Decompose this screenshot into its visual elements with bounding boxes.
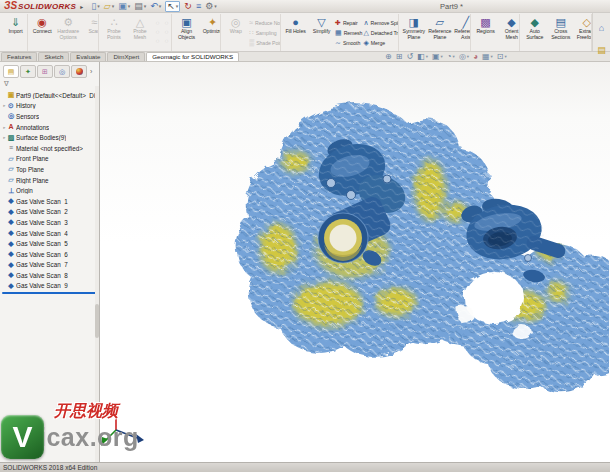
simplify-button[interactable]: ▽Simplify [309,15,334,35]
tab-dimxpert[interactable]: DimXpert [107,52,145,62]
tree-item-material-not-specified[interactable]: ≡Material <not specified> [0,143,99,154]
previous-view-button[interactable]: ↺ [406,53,413,61]
orient-mesh-button[interactable]: ◆Orient Mesh [499,15,520,41]
apply-scene-dropdown-icon[interactable]: ▾ [491,55,493,60]
tree-item-front-plane[interactable]: ▱Front Plane [0,154,99,165]
cross-sections-button[interactable]: ▤Cross Sections [548,15,573,41]
optimize-button[interactable]: ✦Optimize [200,15,221,35]
merge-button[interactable]: ◈Merge [363,38,399,47]
undo-dropdown-icon[interactable]: ▾ [159,4,162,9]
align-objects-button[interactable]: ▣Align Objects [174,15,199,41]
more-tabs-arrow[interactable]: › [90,68,92,75]
import-button[interactable]: ⇓Import [3,15,28,35]
regions-button[interactable]: ▩Regions [473,15,498,35]
select-button[interactable]: ↖▾ [165,1,180,12]
graphics-area[interactable] [100,62,610,462]
fill-holes-button[interactable]: ●Fill Holes [283,15,308,35]
select-visible-icon: ◌ [153,37,161,45]
zoom-to-area-button[interactable]: ⊞ [396,53,403,61]
zoom-to-fit-button[interactable]: ⊕ [385,53,392,61]
print-dropdown-icon[interactable]: ▾ [144,4,147,9]
rollback-bar[interactable] [2,292,97,294]
smooth-button[interactable]: ∼Smooth [335,38,362,47]
new-dropdown-icon[interactable]: ▾ [97,4,100,9]
edit-appearance-button[interactable]: ◕ [473,53,478,61]
resources-icon: ⌂ [599,23,604,33]
featuremanager-tab[interactable]: ▤ [3,65,19,78]
tree-item-annotations[interactable]: ▸AAnnotations [0,122,99,133]
remove-spikes-button[interactable]: ∧Remove Spikes [363,18,399,27]
tree-item-origin[interactable]: ⊥Origin [0,185,99,196]
scan-item-icon: ◆ [7,250,15,258]
tree-item-sensors[interactable]: ◎Sensors [0,111,99,122]
heads-up-view-toolbar: ⊕⊞↺◧▾▣▾◔▾◎▾◕▦▾⊡▾ [385,53,507,61]
menu-expand-arrow[interactable]: ▸ [80,3,83,10]
task-pane-design-library[interactable]: ▤ [597,39,606,57]
configurationmanager-tab[interactable]: ⊞ [37,65,53,78]
displaymanager-tab[interactable] [71,65,87,78]
display-style-dropdown-icon[interactable]: ▾ [453,55,455,60]
tree-item-gas-valve-scan-9[interactable]: ◆Gas Valve Scan_9 [0,281,99,292]
tree-item-history[interactable]: ▸⊙History [0,101,99,112]
tab-evaluate[interactable]: Evaluate [70,52,106,62]
extract-freeform-button[interactable]: ◇Extract Freeform [574,15,592,41]
selection-tools-grid: ◌◌◌◌◌◌◌◌◌ [153,15,172,45]
new-button[interactable]: ▯▾ [91,2,99,11]
connect-button[interactable]: ◉Connect [30,15,55,35]
open-button[interactable]: ▱▾ [104,2,114,11]
display-style-button[interactable]: ◔▾ [447,53,455,61]
tree-item-gas-valve-scan-3[interactable]: ◆Gas Valve Scan_3 [0,217,99,228]
remesh-button[interactable]: ▦Remesh [335,28,362,37]
scan-mesh-canvas[interactable] [100,62,609,462]
tree-item-gas-valve-scan-8[interactable]: ◆Gas Valve Scan_8 [0,270,99,281]
open-dropdown-icon[interactable]: ▾ [112,4,115,9]
options-button[interactable]: ⚙▾ [205,2,217,11]
propertymanager-tab[interactable]: ✦ [20,65,36,78]
task-pane-resources[interactable]: ⌂ [599,17,604,35]
tab-geomagic-for-solidworks[interactable]: Geomagic for SOLIDWORKS [146,52,239,62]
scrollbar-thumb[interactable] [95,304,99,338]
tree-item-part9-default-default-display-state[interactable]: ▣Part9 (Default<<Default>_Display State [0,90,99,101]
tab-sketch[interactable]: Sketch [38,52,69,62]
view-settings-dropdown-icon[interactable]: ▾ [505,55,507,60]
reference-plane-button[interactable]: ▱Reference Plane [427,15,452,41]
hide-show-items-button[interactable]: ◎▾ [459,53,469,61]
view-settings-button[interactable]: ⊡▾ [497,53,507,61]
tree-item-gas-valve-scan-7[interactable]: ◆Gas Valve Scan_7 [0,260,99,271]
view-orientation-dropdown-icon[interactable]: ▾ [441,55,443,60]
options-dropdown-icon[interactable]: ▾ [214,4,217,9]
rebuild-button[interactable]: ↻ [184,2,192,11]
tab-list: FeaturesSketchEvaluateDimXpertGeomagic f… [1,52,240,62]
dimxpertmanager-tab[interactable]: ◎ [54,65,70,78]
tree-item-gas-valve-scan-4[interactable]: ◆Gas Valve Scan_4 [0,228,99,239]
reference-axis-button[interactable]: ╱Reference Axis [453,15,471,41]
select-dropdown-icon[interactable]: ▾ [176,4,179,9]
detached-triangles-button[interactable]: △Detached Triangles [363,28,399,37]
probe-mesh-button: △Probe Mesh [127,15,152,41]
tree-item-gas-valve-scan-2[interactable]: ◆Gas Valve Scan_2 [0,207,99,218]
apply-scene-button[interactable]: ▦▾ [482,53,493,61]
save-button[interactable]: ▣▾ [118,2,130,11]
hide-show-items-dropdown-icon[interactable]: ▾ [467,55,469,60]
print-button[interactable]: ▤▾ [134,2,146,11]
auto-surface-button[interactable]: ◆Auto Surface [522,15,547,41]
tree-item-top-plane[interactable]: ▱Top Plane [0,164,99,175]
tree-item-gas-valve-scan-5[interactable]: ◆Gas Valve Scan_5 [0,238,99,249]
tab-features[interactable]: Features [1,52,37,62]
section-view-dropdown-icon[interactable]: ▾ [426,55,428,60]
tree-item-right-plane[interactable]: ▱Right Plane [0,175,99,186]
repair-button[interactable]: ✚Repair [335,18,362,27]
file-properties-button[interactable]: ≡ [196,2,201,11]
symmetry-plane-button[interactable]: ◨Symmetry Plane [401,15,426,41]
tree-item-gas-valve-scan-6[interactable]: ◆Gas Valve Scan_6 [0,249,99,260]
save-dropdown-icon[interactable]: ▾ [128,4,131,9]
undo-button[interactable]: ↶▾ [150,2,161,11]
section-view-button[interactable]: ◧▾ [417,53,428,61]
section-view-icon: ◧ [417,53,425,61]
solidworks-logo-mark: ЗS [4,1,17,11]
tree-item-gas-valve-scan-1[interactable]: ◆Gas Valve Scan_1 [0,196,99,207]
command-manager-tabs: FeaturesSketchEvaluateDimXpertGeomagic f… [0,52,610,62]
tree-item-surface-bodies-9[interactable]: ▸▨Surface Bodies(9) [0,132,99,143]
view-orientation-button[interactable]: ▣▾ [432,53,443,61]
tree-filter-icon[interactable]: ∇ [0,79,99,89]
